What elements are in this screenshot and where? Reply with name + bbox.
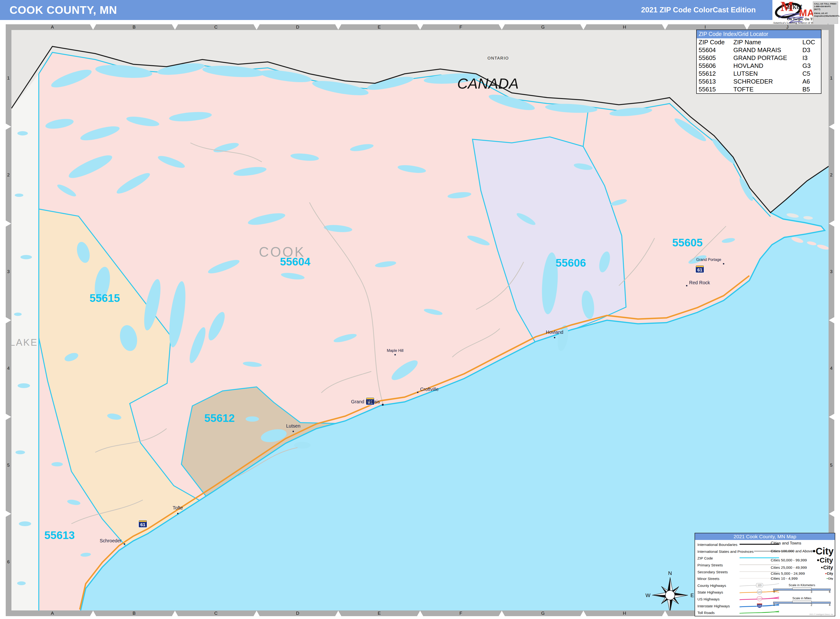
legend-item-label: State Highways xyxy=(697,590,739,595)
city-label: Lutsen xyxy=(286,423,300,429)
grid-row-label: 6 xyxy=(7,559,10,564)
grid-row-label: 4 xyxy=(830,366,833,371)
page-title: COOK COUNTY, MN xyxy=(9,4,117,16)
city-class-rows: Cities 100,000 and AboveCityCities 50,00… xyxy=(771,546,833,581)
grid-notch xyxy=(829,414,834,420)
contact-call-label: CALL US TOLL FREE! xyxy=(814,3,837,5)
zip-index-row: 55604GRAND MARAISD3 xyxy=(697,46,821,54)
header-bar: COOK COUNTY, MN 2021 ZIP Code ColorCast … xyxy=(0,0,773,20)
legend-line-items: International BoundariesInternational St… xyxy=(697,541,769,616)
contact-phone: 1-888-434-MAPS (6277) xyxy=(814,5,837,11)
legend-item-label: Primary Streets xyxy=(697,563,739,567)
zip-label-55604: 55604 xyxy=(280,256,310,268)
legend-item-toll: Toll Roads xyxy=(697,610,769,616)
legend-item-label: US Highways xyxy=(697,597,739,601)
grid-col-label: G xyxy=(541,611,545,616)
legend-title: 2021 Cook County, MN Map xyxy=(695,533,835,540)
legend-item-stateprov: International States and Provinces xyxy=(697,548,769,555)
city-label: Hovland xyxy=(546,329,563,335)
city-class-row: Cities 100,000 and AboveCity xyxy=(771,546,833,556)
legend-item-label: ZIP Code xyxy=(697,556,739,561)
scale-km-label: Scale in Kilometers xyxy=(771,583,833,587)
zip-index-header-row: ZIP Code ZIP Name LOC xyxy=(697,38,821,46)
grid-col-label: C xyxy=(214,24,218,30)
city-class-example: City xyxy=(827,577,833,580)
city-label: Grand Portage xyxy=(696,257,721,262)
legend-item-label: International States and Provinces xyxy=(697,549,753,554)
city-class-label: Cities 25,000 - 49,999 xyxy=(771,565,807,570)
grid-row-label: 2 xyxy=(830,172,833,178)
city-class-row: Cities 50,000 - 99,999City xyxy=(771,556,833,564)
svg-text:W: W xyxy=(646,592,650,598)
zip-index-row: 55613SCHROEDERA6 xyxy=(697,78,821,85)
grid-notch xyxy=(90,24,96,30)
legend-item-primary: Primary Streets xyxy=(697,562,769,569)
legend-item-intl: International Boundaries xyxy=(697,541,769,548)
edition-label: 2021 ZIP Code ColorCast Edition xyxy=(641,6,756,14)
legend-item-us: US Highways123 xyxy=(697,596,769,603)
contact-email-label: EMAIL US AT: xyxy=(814,12,837,15)
svg-text:61: 61 xyxy=(697,268,702,272)
legend-item-state: State Highways123 xyxy=(697,589,769,596)
map-legend: 2021 Cook County, MN Map International B… xyxy=(695,533,835,616)
zip-index-row: 55615TOFTEB5 xyxy=(697,85,821,93)
grid-notch xyxy=(6,317,11,323)
zip-label-55612: 55612 xyxy=(204,412,235,424)
grid-col-label: C xyxy=(214,611,218,616)
col-zip-name: ZIP Name xyxy=(731,38,801,46)
grid-notch xyxy=(829,317,834,323)
grid-col-label: D xyxy=(296,24,299,30)
grid-notch xyxy=(499,611,505,616)
grid-row-label: 5 xyxy=(7,463,10,468)
grid-notch xyxy=(6,220,11,227)
grid-row-label: 3 xyxy=(7,269,10,274)
grid-notch xyxy=(417,24,423,30)
grid-row-label: 1 xyxy=(7,75,10,81)
contact-email: mapsales@MarketMAPS.com xyxy=(814,15,837,17)
grid-band-right: 123456 xyxy=(829,24,834,616)
grid-notch xyxy=(6,414,11,420)
svg-text:6: 6 xyxy=(829,590,831,593)
ontario-label: ONTARIO xyxy=(487,56,509,60)
legend-item-label: County Highways xyxy=(697,583,739,588)
city-label: Schroeder xyxy=(100,538,122,543)
zip-label-55605: 55605 xyxy=(672,236,702,249)
city-label: Maple Hill xyxy=(387,348,404,353)
legend-item-minor: Minor Streets xyxy=(697,576,769,582)
grid-notch xyxy=(580,611,586,616)
grid-row-label: 4 xyxy=(7,366,10,371)
grid-row-label: 5 xyxy=(830,463,833,468)
city-label: Grand Marais xyxy=(351,399,380,404)
grid-band-left: 123456 xyxy=(6,24,11,616)
city-class-example: City xyxy=(821,564,833,571)
grid-notch xyxy=(417,611,423,616)
svg-text:2: 2 xyxy=(811,603,812,606)
city-class-example: City xyxy=(825,572,833,576)
scale-mi-label: Scale in Miles xyxy=(771,597,833,600)
grid-notch xyxy=(6,124,11,130)
grid-col-label: B xyxy=(133,24,136,30)
grid-col-label: B xyxy=(133,611,136,616)
grid-band-top: ABCDEFGHIJ xyxy=(6,24,834,30)
grid-row-label: 1 xyxy=(830,75,833,81)
grid-notch xyxy=(335,24,341,30)
legend-cities: Cities and Towns Cities 100,000 and Abov… xyxy=(771,541,833,607)
grid-col-label: F xyxy=(459,24,462,30)
grid-col-label: H xyxy=(623,611,626,616)
city-class-row: Cities 5,000 - 24,999City xyxy=(771,571,833,576)
svg-text:N: N xyxy=(668,570,672,576)
zip-index-row: 55605GRAND PORTAGEI3 xyxy=(697,54,821,62)
svg-text:0: 0 xyxy=(773,603,775,606)
legend-item-zip: ZIP Code xyxy=(697,555,769,562)
grid-row-label: 3 xyxy=(830,269,833,274)
legend-item-label: Minor Streets xyxy=(697,577,739,581)
canada-label: CANADA xyxy=(457,75,519,92)
grid-row-label: 2 xyxy=(7,172,10,178)
marketmaps-logo: M arket MAPS On Target. On Time. America… xyxy=(773,0,840,23)
svg-text:123: 123 xyxy=(758,598,761,600)
grid-col-label: E xyxy=(378,24,381,30)
grid-notch xyxy=(254,24,260,30)
svg-text:123: 123 xyxy=(758,591,761,593)
svg-text:123: 123 xyxy=(758,584,762,587)
grid-col-label: H xyxy=(623,24,626,30)
